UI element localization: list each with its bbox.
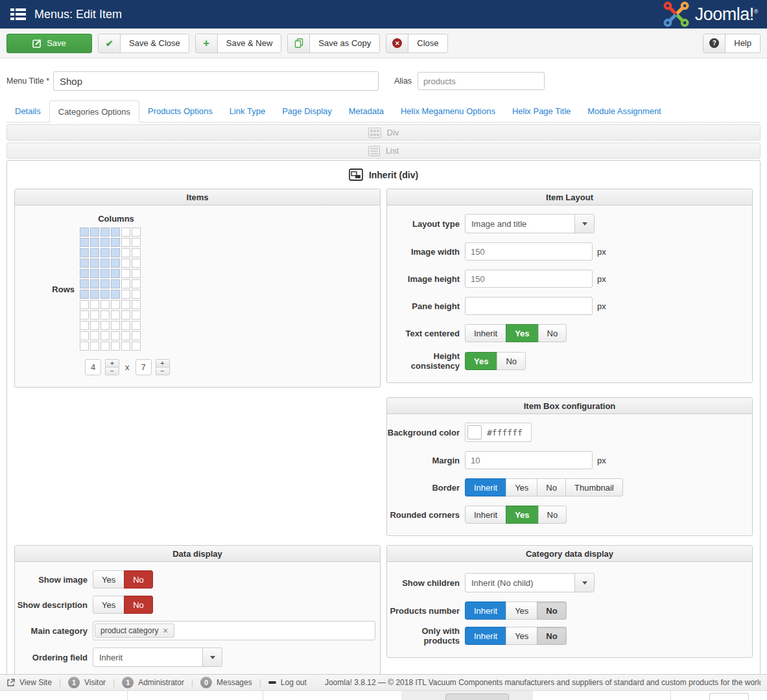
grid-cell[interactable] (111, 331, 120, 340)
only-with-products-yes-button[interactable]: Yes (506, 627, 537, 645)
grid-cell[interactable] (80, 228, 89, 237)
grid-cell[interactable] (100, 279, 110, 288)
color-swatch[interactable] (467, 425, 482, 439)
tab-link-type[interactable]: Link Type (221, 100, 274, 122)
grid-cell[interactable] (132, 248, 141, 257)
grid-cell[interactable] (111, 238, 120, 247)
grid-cell[interactable] (90, 269, 99, 278)
administrator-status[interactable]: 1 Administrator (122, 677, 184, 688)
grid-cell[interactable] (132, 300, 141, 309)
rounded-corners-yes-button[interactable]: Yes (506, 506, 538, 524)
grid-cell[interactable] (90, 331, 99, 340)
main-category-input[interactable]: product category ✕ (93, 621, 375, 640)
show-image-no-button[interactable]: No (124, 570, 153, 589)
grid-cell[interactable] (90, 310, 99, 320)
rounded-corners-inherit-button[interactable]: Inherit (465, 506, 506, 524)
grid-cell[interactable] (121, 269, 130, 278)
tab-page-display[interactable]: Page Display (274, 100, 340, 122)
view-site-link[interactable]: View Site (6, 678, 52, 687)
visitor-status[interactable]: 1 Visitor (68, 677, 106, 688)
tab-module-assignment[interactable]: Module Assignment (579, 100, 669, 122)
logout-link[interactable]: Log out (268, 678, 307, 687)
grid-cell[interactable] (132, 331, 141, 340)
grid-cell[interactable] (80, 238, 89, 247)
grid-cell[interactable] (90, 300, 99, 309)
layout-type-select[interactable]: Image and title (465, 214, 595, 233)
grid-cell[interactable] (111, 300, 120, 309)
grid-cell[interactable] (111, 342, 120, 351)
image-width-input[interactable] (465, 242, 593, 261)
grid-cell[interactable] (132, 269, 141, 278)
tab-products-options[interactable]: Products Options (139, 100, 221, 122)
grid-cell[interactable] (111, 310, 120, 320)
show-description-no-button[interactable]: No (124, 596, 153, 614)
menu-title-input[interactable] (53, 71, 379, 91)
grid-cell[interactable] (80, 321, 89, 330)
grid-cell[interactable] (100, 342, 110, 351)
alias-input[interactable] (418, 72, 545, 90)
grid-cell[interactable] (100, 290, 110, 299)
tab-helix-page-title[interactable]: Helix Page Title (504, 100, 579, 122)
help-button[interactable]: ? Help (703, 34, 761, 53)
background-color-picker[interactable]: #ffffff (465, 423, 532, 442)
height-consistency-no-button[interactable]: No (497, 352, 526, 370)
columns-count-input[interactable] (85, 359, 101, 375)
rounded-corners-no-button[interactable]: No (538, 506, 567, 524)
text-centered-inherit-button[interactable]: Inherit (465, 324, 506, 342)
grid-cell[interactable] (80, 279, 89, 288)
tab-metadata[interactable]: Metadata (340, 100, 392, 122)
rows-count-input[interactable] (136, 359, 152, 375)
tab-details[interactable]: Details (6, 100, 49, 122)
grid-cell[interactable] (80, 290, 89, 299)
border-inherit-button[interactable]: Inherit (465, 478, 506, 496)
grid-cell[interactable] (121, 331, 130, 340)
grid-cell[interactable] (80, 248, 89, 257)
products-number-inherit-button[interactable]: Inherit (465, 601, 506, 620)
ordering-field-select[interactable]: Inherit (93, 648, 222, 667)
grid-cell[interactable] (80, 331, 89, 340)
image-height-input[interactable] (465, 270, 593, 288)
save-button[interactable]: Save (6, 34, 92, 53)
tab-helix-megamenu-options[interactable]: Helix Megamenu Options (392, 100, 504, 122)
tab-categories-options[interactable]: Categories Options (49, 100, 139, 122)
grid-cell[interactable] (121, 248, 130, 257)
grid-cell[interactable] (90, 321, 99, 330)
grid-cell[interactable] (100, 259, 110, 268)
products-number-yes-button[interactable]: Yes (506, 601, 537, 620)
show-image-yes-button[interactable]: Yes (93, 570, 124, 589)
show-children-select[interactable]: Inherit (No child) (465, 573, 595, 592)
grid-cell[interactable] (90, 259, 99, 268)
grid-cell[interactable] (132, 310, 141, 320)
grid-cell[interactable] (121, 290, 130, 299)
grid-cell[interactable] (100, 310, 110, 320)
accordion-list-bar[interactable]: List (6, 143, 761, 159)
text-centered-yes-button[interactable]: Yes (506, 324, 538, 342)
grid-cell[interactable] (111, 279, 120, 288)
grid-cell[interactable] (111, 259, 120, 268)
only-with-products-no-button[interactable]: No (537, 627, 566, 645)
grid-cell[interactable] (111, 269, 120, 278)
grid-cell[interactable] (121, 321, 130, 330)
grid-cell[interactable] (132, 279, 141, 288)
grid-cell[interactable] (100, 238, 110, 247)
grid-cell[interactable] (132, 238, 141, 247)
products-number-no-button[interactable]: No (537, 601, 566, 620)
remove-tag-icon[interactable]: ✕ (162, 627, 168, 635)
grid-cell[interactable] (132, 342, 141, 351)
grid-cell[interactable] (80, 342, 89, 351)
grid-cell[interactable] (100, 321, 110, 330)
grid-cell[interactable] (80, 269, 89, 278)
grid-cell[interactable] (121, 279, 130, 288)
grid-cell[interactable] (132, 259, 141, 268)
grid-cell[interactable] (121, 238, 130, 247)
border-yes-button[interactable]: Yes (506, 478, 537, 496)
grid-cell[interactable] (121, 259, 130, 268)
columns-decrement-button[interactable]: − (105, 367, 119, 375)
grid-cell[interactable] (111, 248, 120, 257)
grid-cell[interactable] (121, 310, 130, 320)
grid-cell[interactable] (100, 331, 110, 340)
grid-cell[interactable] (100, 300, 110, 309)
grid-cell[interactable] (111, 228, 120, 237)
grid-cell[interactable] (90, 290, 99, 299)
show-description-yes-button[interactable]: Yes (93, 596, 124, 614)
